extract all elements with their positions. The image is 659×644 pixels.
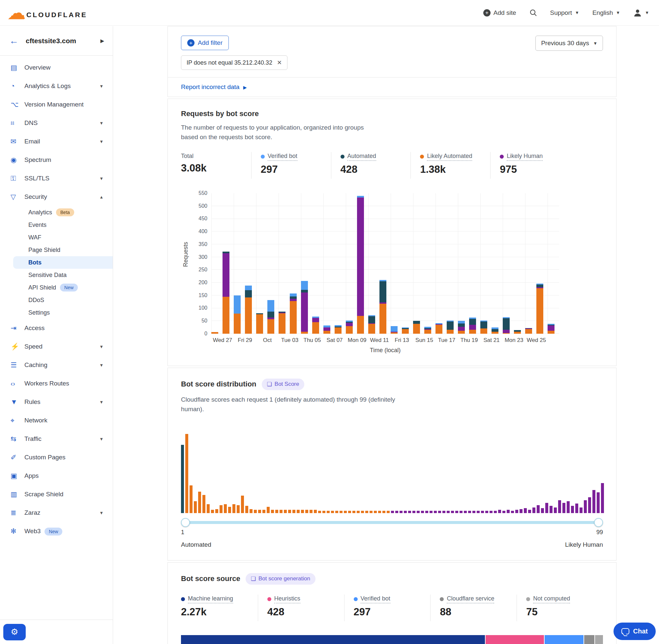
histogram-bar-score-5[interactable]: [198, 492, 201, 513]
histogram-bar-score-88[interactable]: [554, 507, 557, 513]
chat-button[interactable]: Chat: [613, 623, 656, 640]
sidebar-item-access[interactable]: ⇥Access: [0, 319, 113, 337]
histogram-bar-score-95[interactable]: [584, 500, 587, 513]
histogram-bar-score-24[interactable]: [280, 510, 283, 513]
histogram-bar-score-3[interactable]: [190, 485, 192, 513]
sidebar-subitem-analytics[interactable]: AnalyticsBeta: [0, 206, 113, 218]
filter-chip[interactable]: IP does not equal 35.212.240.32 ✕: [181, 55, 287, 70]
histogram-bar-score-52[interactable]: [400, 511, 402, 513]
histogram-bar-score-32[interactable]: [314, 510, 317, 513]
histogram-bar-score-61[interactable]: [438, 511, 441, 513]
histogram-bar-score-7[interactable]: [207, 504, 210, 513]
histogram-bar-score-80[interactable]: [520, 509, 522, 513]
chart-bar[interactable]: [525, 328, 532, 334]
histogram-bar-score-68[interactable]: [468, 511, 471, 513]
histogram-bar-score-48[interactable]: [382, 511, 385, 513]
sidebar-item-rules[interactable]: ▼Rules▼: [0, 393, 113, 411]
histogram-bar-score-41[interactable]: [352, 511, 355, 513]
chart-bar[interactable]: [267, 300, 274, 334]
sidebar-item-speed[interactable]: ⚡Speed▼: [0, 337, 113, 356]
histogram-bar-score-19[interactable]: [258, 510, 261, 513]
histogram-bar-score-81[interactable]: [524, 508, 527, 513]
histogram-bar-score-39[interactable]: [344, 511, 347, 513]
histogram-bar-score-2[interactable]: [185, 434, 188, 513]
histogram-bar-score-28[interactable]: [297, 510, 300, 513]
histogram-bar-score-11[interactable]: [224, 504, 227, 513]
histogram-bar-score-54[interactable]: [408, 511, 411, 513]
language-menu[interactable]: English ▼: [592, 9, 620, 17]
histogram-bar-score-17[interactable]: [250, 509, 253, 513]
histogram-bar-score-14[interactable]: [237, 505, 240, 513]
add-site-button[interactable]: + Add site: [483, 9, 516, 17]
slider-handle-max[interactable]: [594, 518, 603, 527]
histogram-bar-score-38[interactable]: [339, 511, 343, 513]
histogram-bar-score-65[interactable]: [455, 511, 458, 513]
chart-bar[interactable]: [436, 323, 442, 334]
chart-bar[interactable]: [492, 327, 498, 334]
sidebar-item-spectrum[interactable]: ◉Spectrum: [0, 151, 113, 169]
histogram-bar-score-42[interactable]: [357, 511, 360, 513]
add-filter-button[interactable]: + Add filter: [181, 36, 229, 50]
sidebar-item-zaraz[interactable]: ≣Zaraz▼: [0, 504, 113, 522]
histogram-bar-score-90[interactable]: [562, 503, 565, 513]
chart-bar[interactable]: [222, 252, 230, 334]
histogram-bar-score-55[interactable]: [413, 511, 415, 513]
cloudflare-logo[interactable]: ☁ CLOUDFLARE: [7, 6, 87, 20]
histogram-bar-score-33[interactable]: [318, 511, 321, 513]
histogram-bar-score-51[interactable]: [395, 511, 398, 513]
histogram-bar-score-79[interactable]: [515, 510, 518, 513]
report-incorrect-data-link[interactable]: Report incorrect data ▶: [181, 84, 246, 90]
histogram-bar-score-37[interactable]: [335, 511, 338, 513]
histogram-bar-score-72[interactable]: [485, 511, 488, 513]
chart-bar[interactable]: [536, 283, 543, 334]
histogram-bar-score-18[interactable]: [254, 510, 257, 513]
chart-bar[interactable]: [323, 325, 330, 334]
histogram-bar-score-69[interactable]: [472, 511, 475, 513]
histogram-bar-score-25[interactable]: [284, 510, 287, 513]
histogram-bar-score-63[interactable]: [447, 511, 450, 513]
histogram-bar-score-93[interactable]: [575, 504, 578, 513]
sidebar-item-dns[interactable]: ⌗DNS▼: [0, 114, 113, 132]
histogram-bar-score-6[interactable]: [203, 495, 205, 513]
histogram-bar-score-34[interactable]: [323, 511, 325, 513]
support-menu[interactable]: Support ▼: [550, 9, 579, 17]
chart-bar[interactable]: [290, 294, 297, 334]
histogram-bar-score-40[interactable]: [348, 511, 351, 513]
histogram-bar-score-77[interactable]: [507, 510, 510, 513]
histogram-bar-score-21[interactable]: [267, 507, 270, 513]
histogram-bar-score-47[interactable]: [378, 511, 381, 513]
histogram-bar-score-49[interactable]: [387, 511, 390, 513]
histogram-bar-score-60[interactable]: [434, 511, 437, 513]
histogram-bar-score-62[interactable]: [442, 511, 445, 513]
chart-bar[interactable]: [503, 317, 510, 334]
sidebar-item-custom-pages[interactable]: ✐Custom Pages: [0, 448, 113, 466]
histogram-bar-score-75[interactable]: [498, 510, 501, 513]
chart-bar[interactable]: [379, 280, 386, 334]
chart-bar[interactable]: [413, 321, 420, 334]
chart-bar[interactable]: [480, 321, 487, 334]
sidebar-subitem-api-shield[interactable]: API ShieldNew: [0, 281, 113, 294]
histogram-bar-score-1[interactable]: [181, 445, 184, 513]
chart-bar[interactable]: [346, 321, 353, 334]
histogram-bar-score-27[interactable]: [292, 510, 296, 513]
histogram-bar-score-86[interactable]: [545, 503, 548, 513]
histogram-bar-score-31[interactable]: [310, 510, 312, 513]
histogram-bar-score-53[interactable]: [404, 511, 407, 513]
sidebar-subitem-waf[interactable]: WAF: [0, 231, 113, 244]
histogram-bar-score-59[interactable]: [429, 511, 432, 513]
histogram-bar-score-84[interactable]: [537, 505, 540, 513]
histogram-bar-score-12[interactable]: [228, 507, 231, 513]
bot-score-badge[interactable]: ❏ Bot Score: [262, 378, 305, 390]
histogram-bar-score-91[interactable]: [567, 501, 570, 513]
sidebar-subitem-bots[interactable]: Bots: [13, 256, 113, 269]
account-menu[interactable]: ▼: [633, 8, 649, 17]
histogram-bar-score-89[interactable]: [558, 500, 561, 513]
sidebar-item-security[interactable]: ▽Security▲: [0, 188, 113, 206]
chart-bar[interactable]: [368, 315, 375, 334]
chart-bar[interactable]: [256, 313, 263, 334]
chart-bar[interactable]: [357, 196, 364, 334]
histogram-bar-score-82[interactable]: [528, 510, 531, 513]
histogram-bar-score-64[interactable]: [451, 511, 454, 513]
histogram-bar-score-92[interactable]: [571, 506, 574, 513]
chart-bar[interactable]: [211, 332, 218, 334]
